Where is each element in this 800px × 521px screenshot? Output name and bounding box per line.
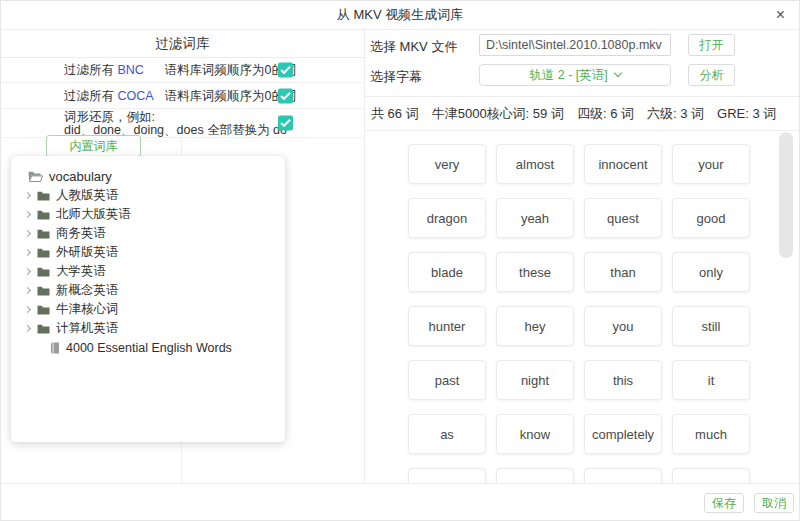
word-card-partial[interactable]: [496, 468, 574, 483]
chevron-right-icon[interactable]: [24, 211, 31, 218]
word-card[interactable]: yeah: [496, 198, 574, 238]
folder-icon: [37, 210, 50, 220]
stat-segment: GRE: 3 词: [717, 105, 776, 123]
chevron-right-icon[interactable]: [24, 306, 31, 313]
filter-text: 语料库词频顺序为0的词: [164, 63, 296, 77]
tree-folder-list: 人教版英语北师大版英语商务英语外研版英语大学英语新概念英语牛津核心词计算机英语: [20, 186, 285, 338]
chevron-right-icon[interactable]: [24, 287, 31, 294]
tree-folder-label: 外研版英语: [56, 244, 119, 261]
open-folder-icon: [28, 171, 43, 182]
dialog-footer: 保存 取消: [1, 483, 799, 520]
filter-row-lemma: 词形还原，例如: did、done、doing、does 全部替换为 do: [1, 109, 364, 138]
cancel-button[interactable]: 取消: [754, 493, 794, 513]
lemma-checkbox[interactable]: [278, 116, 293, 131]
scrollbar-thumb[interactable]: [779, 132, 793, 258]
word-card[interactable]: this: [584, 360, 662, 400]
stat-segment: 四级: 6 词: [577, 105, 634, 123]
word-card[interactable]: hunter: [408, 306, 486, 346]
analyze-button[interactable]: 分析: [688, 64, 735, 86]
tree-folder-item[interactable]: 北师大版英语: [20, 205, 285, 224]
folder-icon: [37, 191, 50, 201]
folder-icon: [37, 248, 50, 258]
tree-folder-item[interactable]: 人教版英语: [20, 186, 285, 205]
save-button[interactable]: 保存: [704, 493, 744, 513]
chevron-right-icon[interactable]: [24, 268, 31, 275]
tree-folder-item[interactable]: 大学英语: [20, 262, 285, 281]
word-card[interactable]: as: [408, 414, 486, 454]
dialog-title: 从 MKV 视频生成词库: [1, 1, 799, 29]
coca-checkbox[interactable]: [278, 88, 293, 103]
filter-text: 过滤所有: [64, 63, 117, 77]
tree-root-label: vocabulary: [49, 169, 112, 184]
subtitle-track-select[interactable]: 轨道 2 - [英语]: [479, 64, 671, 86]
filter-text: 过滤所有: [64, 89, 117, 103]
open-file-button[interactable]: 打开: [688, 34, 735, 56]
mkv-panel: 选择 MKV 文件 打开 选择字幕 轨道 2 - [英语] 分析 共 66 词牛…: [365, 30, 800, 483]
chevron-right-icon[interactable]: [24, 249, 31, 256]
word-card[interactable]: than: [584, 252, 662, 292]
word-card[interactable]: much: [672, 414, 750, 454]
book-icon: [50, 342, 60, 354]
word-card[interactable]: blade: [408, 252, 486, 292]
check-icon: [280, 119, 291, 128]
folder-icon: [37, 267, 50, 277]
words-viewport: veryalmostinnocentyourdragonyeahquestgoo…: [365, 131, 800, 483]
filter-panel-title: 过滤词库: [1, 30, 364, 58]
word-card[interactable]: innocent: [584, 144, 662, 184]
tree-root-item[interactable]: vocabulary: [20, 167, 285, 186]
mkv-path-input[interactable]: [479, 34, 671, 56]
word-card[interactable]: hey: [496, 306, 574, 346]
bnc-link[interactable]: BNC: [117, 58, 164, 83]
word-card[interactable]: these: [496, 252, 574, 292]
folder-icon: [37, 305, 50, 315]
word-card-partial[interactable]: [584, 468, 662, 483]
check-icon: [280, 66, 291, 75]
tree-folder-label: 计算机英语: [56, 320, 119, 337]
tree-folder-label: 人教版英语: [56, 187, 119, 204]
chevron-right-icon[interactable]: [24, 192, 31, 199]
tree-folder-item[interactable]: 牛津核心词: [20, 300, 285, 319]
tree-folder-label: 牛津核心词: [56, 301, 119, 318]
tree-folder-item[interactable]: 计算机英语: [20, 319, 285, 338]
word-card[interactable]: good: [672, 198, 750, 238]
folder-icon: [37, 229, 50, 239]
bnc-checkbox[interactable]: [278, 63, 293, 78]
check-icon: [280, 91, 291, 100]
word-card[interactable]: almost: [496, 144, 574, 184]
word-grid: veryalmostinnocentyourdragonyeahquestgoo…: [365, 131, 800, 483]
builtin-vocabulary-button[interactable]: 内置词库: [46, 135, 141, 157]
stat-segment: 共 66 词: [371, 105, 419, 123]
word-card-partial[interactable]: [408, 468, 486, 483]
word-card[interactable]: very: [408, 144, 486, 184]
tree-folder-item[interactable]: 外研版英语: [20, 243, 285, 262]
folder-icon: [37, 324, 50, 334]
tree-folder-item[interactable]: 商务英语: [20, 224, 285, 243]
word-card[interactable]: quest: [584, 198, 662, 238]
word-card[interactable]: dragon: [408, 198, 486, 238]
tree-folder-item[interactable]: 新概念英语: [20, 281, 285, 300]
word-card[interactable]: it: [672, 360, 750, 400]
word-card[interactable]: past: [408, 360, 486, 400]
word-card[interactable]: completely: [584, 414, 662, 454]
dialog-titlebar: 从 MKV 视频生成词库 ×: [1, 1, 799, 30]
word-card[interactable]: you: [584, 306, 662, 346]
word-card[interactable]: only: [672, 252, 750, 292]
word-stats-row: 共 66 词牛津5000核心词: 59 词四级: 6 词六级: 3 词GRE: …: [365, 96, 800, 131]
word-card[interactable]: still: [672, 306, 750, 346]
tree-folder-label: 商务英语: [56, 225, 106, 242]
coca-link[interactable]: COCA: [117, 83, 164, 109]
filter-panel: 过滤词库 过滤所有 BNC语料库词频顺序为0的词 过滤所有 COCA语料库词频顺…: [1, 30, 365, 483]
tree-file-item[interactable]: 4000 Essential English Words: [20, 338, 285, 357]
word-card[interactable]: night: [496, 360, 574, 400]
chevron-right-icon[interactable]: [24, 230, 31, 237]
stat-segment: 牛津5000核心词: 59 词: [432, 105, 564, 123]
word-card-partial[interactable]: [672, 468, 750, 483]
stat-segment: 六级: 3 词: [647, 105, 704, 123]
tree-folder-label: 北师大版英语: [56, 206, 131, 223]
chevron-right-icon[interactable]: [24, 325, 31, 332]
tree-folder-label: 新概念英语: [56, 282, 119, 299]
filter-row-bnc: 过滤所有 BNC语料库词频顺序为0的词: [1, 58, 364, 83]
word-card[interactable]: know: [496, 414, 574, 454]
close-icon[interactable]: ×: [776, 1, 785, 28]
word-card[interactable]: your: [672, 144, 750, 184]
